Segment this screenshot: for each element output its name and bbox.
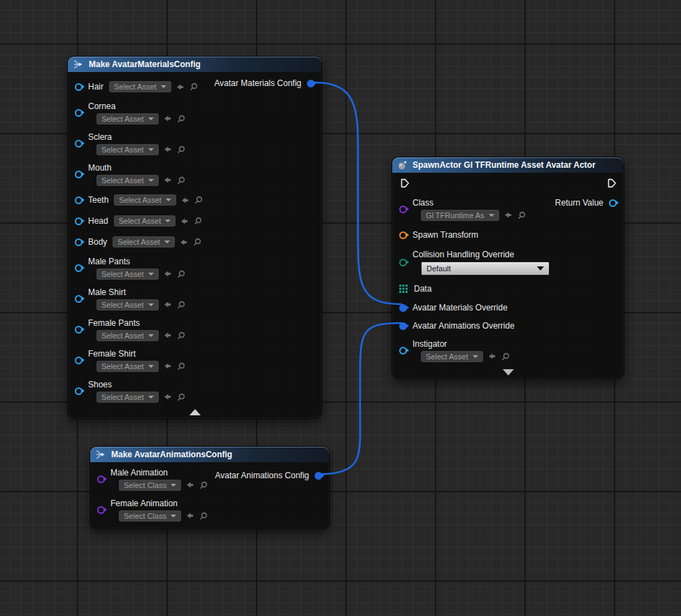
- select-asset-dropdown[interactable]: Select Asset: [421, 351, 483, 362]
- browse-asset-icon[interactable]: [176, 392, 186, 402]
- wire-avatar-animations-config[interactable]: [321, 323, 401, 474]
- object-pin[interactable]: [399, 347, 407, 354]
- object-pin[interactable]: [75, 387, 83, 395]
- avatar-animations-config-output-pin[interactable]: [315, 472, 322, 480]
- use-selected-asset-icon[interactable]: [179, 238, 188, 247]
- select-asset-dropdown[interactable]: Select Asset: [96, 392, 159, 403]
- select-asset-dropdown[interactable]: Select Asset: [109, 81, 171, 92]
- select-asset-dropdown[interactable]: Select Asset: [96, 299, 159, 310]
- select-asset-dropdown[interactable]: Select Asset: [114, 215, 176, 227]
- node-title-bar[interactable]: SpawnActor Gl TFRuntime Asset Avatar Act…: [392, 157, 624, 173]
- chevron-down-icon: [148, 148, 154, 151]
- browse-asset-icon[interactable]: [501, 352, 510, 361]
- use-selected-asset-icon[interactable]: [185, 480, 194, 489]
- browse-asset-icon[interactable]: [176, 176, 186, 185]
- use-selected-asset-icon[interactable]: [503, 210, 512, 220]
- pin-row-male-shirt: Male Shirt Select Asset: [68, 283, 322, 314]
- use-selected-asset-icon[interactable]: [180, 217, 189, 226]
- struct-grid-icon: [399, 285, 408, 293]
- browse-asset-icon[interactable]: [176, 269, 186, 279]
- object-pin[interactable]: [75, 238, 83, 246]
- browse-asset-icon[interactable]: [176, 145, 186, 155]
- chevron-down-icon: [171, 484, 176, 487]
- use-selected-asset-icon[interactable]: [487, 352, 496, 361]
- browse-asset-icon[interactable]: [517, 210, 526, 220]
- select-class-dropdown[interactable]: Select Class: [119, 480, 181, 491]
- select-class-dropdown[interactable]: Select Class: [119, 510, 181, 522]
- use-selected-asset-icon[interactable]: [163, 145, 172, 154]
- object-pin[interactable]: [75, 83, 83, 91]
- object-pin[interactable]: [75, 109, 83, 117]
- use-selected-asset-icon[interactable]: [163, 176, 172, 185]
- chevron-down-icon: [171, 515, 176, 517]
- select-asset-dropdown[interactable]: Select Asset: [96, 113, 159, 124]
- expand-advanced-pins-icon[interactable]: [503, 369, 514, 375]
- browse-asset-icon[interactable]: [176, 361, 186, 371]
- object-pin[interactable]: [75, 140, 83, 148]
- object-pin[interactable]: [75, 196, 83, 204]
- select-asset-dropdown[interactable]: Select Asset: [96, 144, 159, 155]
- browse-asset-icon[interactable]: [176, 300, 186, 310]
- use-selected-asset-icon[interactable]: [163, 392, 172, 401]
- object-pin[interactable]: [75, 357, 83, 364]
- object-pin[interactable]: [75, 171, 83, 178]
- exec-input-pin[interactable]: [399, 178, 410, 189]
- chevron-down-icon: [148, 396, 154, 399]
- chevron-down-icon: [537, 266, 544, 271]
- browse-asset-icon[interactable]: [189, 82, 199, 92]
- class-dropdown[interactable]: Gl TFRuntime As: [421, 210, 499, 221]
- select-asset-dropdown[interactable]: Select Asset: [113, 236, 175, 248]
- blueprint-graph-canvas[interactable]: Make AvatarMaterialsConfig Avatar Materi…: [0, 0, 681, 616]
- class-pin[interactable]: [97, 506, 105, 514]
- object-pin[interactable]: [75, 217, 83, 225]
- use-selected-asset-icon[interactable]: [163, 331, 172, 340]
- select-asset-dropdown[interactable]: Select Asset: [96, 175, 159, 186]
- advanced-pins-row: [392, 366, 624, 378]
- pin-row-collision-handling: Collision Handling Override Default: [392, 245, 624, 279]
- browse-asset-icon[interactable]: [199, 511, 208, 521]
- pin-row-sclera: Sclera Select Asset: [68, 128, 322, 159]
- class-pin[interactable]: [399, 206, 407, 213]
- wire-avatar-materials-config[interactable]: [315, 83, 401, 304]
- class-pin[interactable]: [97, 475, 105, 483]
- avatar-materials-config-output-pin[interactable]: [307, 80, 315, 87]
- pin-row-female-animation: Female Animation Select Class: [90, 494, 329, 525]
- browse-asset-icon[interactable]: [176, 114, 186, 124]
- use-selected-asset-icon[interactable]: [175, 83, 185, 92]
- exec-output-pin[interactable]: [606, 178, 617, 189]
- object-pin[interactable]: [75, 326, 83, 334]
- use-selected-asset-icon[interactable]: [180, 196, 189, 205]
- use-selected-asset-icon[interactable]: [163, 300, 172, 309]
- chevron-down-icon: [148, 273, 154, 275]
- node-title-bar[interactable]: Make AvatarMaterialsConfig: [68, 57, 322, 72]
- return-value-pin[interactable]: [609, 199, 617, 207]
- output-pin-label: Avatar Materials Config: [215, 78, 302, 88]
- select-asset-dropdown[interactable]: Select Asset: [114, 194, 176, 206]
- chevron-down-icon: [473, 355, 478, 358]
- node-title: Make AvatarMaterialsConfig: [89, 59, 201, 69]
- pin-row-shoes: Shoes Select Asset: [68, 375, 322, 406]
- transform-pin[interactable]: [399, 231, 407, 239]
- browse-asset-icon[interactable]: [193, 216, 203, 226]
- object-pin[interactable]: [75, 264, 83, 272]
- collapse-advanced-pins-icon[interactable]: [189, 409, 201, 415]
- select-asset-dropdown[interactable]: Select Asset: [96, 268, 159, 280]
- select-asset-dropdown[interactable]: Select Asset: [96, 361, 159, 372]
- use-selected-asset-icon[interactable]: [163, 269, 172, 278]
- output-pin-row: Avatar Materials Config: [215, 78, 315, 88]
- chevron-down-icon: [148, 365, 154, 368]
- pin-row-female-pants: Female Pants Select Asset: [68, 314, 322, 345]
- browse-asset-icon[interactable]: [199, 480, 208, 490]
- use-selected-asset-icon[interactable]: [185, 511, 194, 520]
- collision-handling-combobox[interactable]: Default: [421, 262, 550, 275]
- browse-asset-icon[interactable]: [194, 195, 203, 205]
- enum-pin[interactable]: [399, 259, 407, 266]
- chevron-down-icon: [148, 303, 154, 306]
- browse-asset-icon[interactable]: [176, 331, 186, 341]
- select-asset-dropdown[interactable]: Select Asset: [96, 330, 159, 341]
- use-selected-asset-icon[interactable]: [163, 114, 172, 123]
- node-title-bar[interactable]: Make AvatarAnimationsConfig: [90, 447, 329, 462]
- browse-asset-icon[interactable]: [192, 237, 202, 247]
- use-selected-asset-icon[interactable]: [163, 361, 172, 371]
- object-pin[interactable]: [75, 295, 83, 303]
